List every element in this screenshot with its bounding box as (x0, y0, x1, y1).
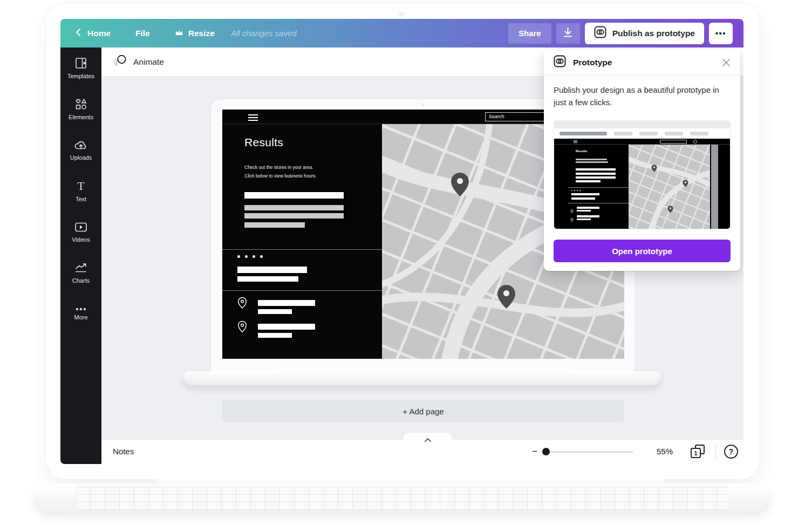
sidebar-label: Elements (69, 114, 93, 120)
placeholder-bar (244, 205, 344, 210)
question-icon: ? (729, 447, 734, 456)
location-pin-icon (237, 297, 247, 311)
preview-map (629, 145, 710, 229)
zoom-out-button[interactable]: − (532, 446, 537, 457)
home-label: Home (87, 29, 111, 38)
preview-toolbar (554, 128, 730, 139)
prototype-panel-title: Prototype (573, 58, 612, 67)
sidebar-item-charts[interactable]: Charts (60, 253, 101, 294)
preview-design: Results (554, 139, 730, 229)
sidebar-label: More (74, 314, 87, 320)
placeholder-bar (237, 267, 307, 273)
download-button[interactable] (556, 23, 580, 44)
map-marker-icon[interactable] (497, 284, 516, 311)
close-button[interactable] (722, 58, 731, 67)
sidebar-label: Text (76, 196, 86, 202)
status-bar: Notes − 55% 1 ? (101, 440, 743, 464)
hamburger-menu-icon (574, 140, 577, 144)
prototype-preview-thumbnail: Results (554, 120, 731, 229)
design-heading: Results (244, 136, 283, 149)
rating-dots (571, 190, 581, 191)
canva-editor: Home File Resize All changes saved Share (60, 19, 743, 464)
animate-button[interactable]: Animate (113, 54, 164, 69)
hamburger-menu-icon (248, 114, 258, 122)
zoom-slider-track[interactable] (545, 451, 633, 453)
prototype-icon (594, 26, 606, 40)
sidebar-item-text[interactable]: T Text (60, 170, 101, 212)
publish-label: Publish as prototype (612, 29, 695, 38)
prototype-panel-header: Prototype (544, 50, 740, 76)
placeholder-bar (258, 324, 315, 330)
placeholder-bar (258, 309, 292, 314)
zoom-slider-knob[interactable] (542, 448, 550, 455)
resize-menu[interactable]: Resize (175, 29, 215, 38)
open-prototype-button[interactable]: Open prototype (554, 240, 731, 262)
sidebar-label: Uploads (70, 154, 92, 161)
add-page-button[interactable]: + Add page (222, 400, 624, 422)
chevron-up-icon (425, 434, 431, 440)
placeholder-bar (258, 300, 315, 306)
publish-as-prototype-button[interactable]: Publish as prototype (585, 23, 704, 44)
prototype-panel: Prototype Publish your design as a beaut… (544, 50, 740, 271)
preview-pill (690, 132, 708, 135)
location-pin-icon (237, 320, 247, 335)
laptop-base (33, 483, 772, 515)
notes-button[interactable]: Notes (113, 447, 134, 456)
design-laptop-camera (421, 103, 425, 106)
preview-pill (560, 132, 607, 135)
preview-side-strip (711, 145, 718, 229)
templates-icon (74, 57, 87, 70)
share-button[interactable]: Share (508, 23, 551, 44)
location-pin-icon (570, 215, 574, 224)
sidebar-item-elements[interactable]: Elements (60, 88, 101, 129)
help-button[interactable]: ? (724, 445, 738, 459)
file-label: File (135, 29, 150, 38)
file-menu[interactable]: File (135, 29, 150, 38)
prototype-icon (554, 55, 566, 70)
sidebar-item-uploads[interactable]: Uploads (60, 129, 101, 170)
preview-pill (639, 132, 658, 135)
design-subtext: Check out the stores in your area. Click… (244, 163, 317, 180)
chevron-left-icon (76, 28, 81, 39)
pages-button[interactable]: 1 (691, 445, 707, 459)
elements-icon (74, 98, 87, 111)
crown-icon (175, 29, 183, 38)
preview-search-box (660, 140, 687, 144)
download-icon (563, 27, 573, 40)
preview-avatar-icon (693, 140, 697, 144)
charts-icon (74, 262, 87, 274)
videos-icon (74, 221, 87, 233)
preview-navbar (554, 139, 730, 145)
open-prototype-label: Open prototype (612, 247, 672, 256)
sidebar-label: Charts (72, 277, 90, 284)
uploads-icon (74, 139, 88, 151)
animate-icon (113, 54, 127, 69)
design-laptop-hinge (275, 368, 572, 373)
design-results-panel: Results Check out the stores in your are… (222, 124, 382, 359)
map-marker-icon (683, 180, 688, 189)
preview-browser-bar (554, 121, 730, 128)
placeholder-bar (237, 276, 298, 282)
sidebar-label: Templates (67, 73, 94, 79)
design-laptop-base (183, 371, 661, 385)
zoom-level: 55% (649, 447, 681, 456)
more-options-button[interactable]: ••• (709, 23, 733, 44)
preview-pill (614, 132, 632, 135)
sidebar-item-videos[interactable]: Videos (60, 212, 101, 253)
resize-label: Resize (188, 29, 215, 38)
divider (222, 290, 382, 291)
laptop-base-lip (65, 513, 740, 521)
more-icon (75, 308, 87, 311)
home-button[interactable]: Home (76, 28, 111, 39)
sidebar-item-templates[interactable]: Templates (60, 47, 101, 88)
divider (715, 445, 716, 459)
placeholder-bar (244, 213, 344, 219)
divider (222, 249, 382, 250)
map-marker-icon[interactable] (451, 172, 469, 199)
animate-label: Animate (133, 57, 164, 67)
ellipsis-icon: ••• (715, 29, 726, 38)
page-count: 1 (691, 448, 701, 458)
share-label: Share (519, 29, 541, 38)
sidebar-item-more[interactable]: More (60, 294, 101, 335)
notes-expand-tab[interactable] (404, 433, 452, 440)
